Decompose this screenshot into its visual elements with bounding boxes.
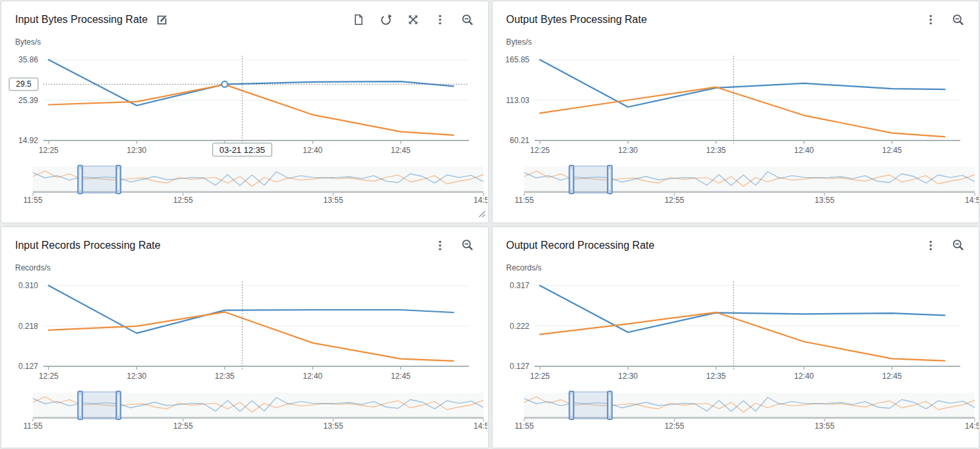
- dashboard-grid: Input Bytes Processing Rate: [0, 0, 980, 449]
- kebab-menu-icon: [925, 14, 937, 26]
- brush-tick-label: 14:55: [474, 421, 487, 431]
- panel-header: Input Bytes Processing Rate: [1, 1, 488, 30]
- brush-tick-label: 14:55: [964, 196, 978, 205]
- zoom-out-button[interactable]: [952, 14, 964, 26]
- panel-output-record-processing-rate: Output Record Processing Rate: [492, 226, 980, 449]
- main-chart[interactable]: 35.8625.3914.9212:2512:3012:3512:4012:45…: [1, 49, 487, 162]
- x-tick-label: 12:30: [617, 146, 637, 155]
- document-icon: [353, 14, 365, 26]
- zoom-out-button[interactable]: [461, 239, 474, 251]
- brush-selection[interactable]: [571, 392, 610, 419]
- brush-tick-label: 13:55: [323, 196, 343, 205]
- y-tick-label: 113.03: [506, 96, 529, 105]
- zoom-out-button[interactable]: [952, 239, 964, 251]
- chart-toolbar: [925, 239, 964, 251]
- brush-tick-label: 12:55: [173, 421, 193, 431]
- menu-button[interactable]: [925, 14, 937, 26]
- x-tick-label: 12:30: [127, 372, 146, 381]
- panel-title: Input Bytes Processing Rate: [15, 14, 148, 26]
- expand-button[interactable]: [407, 14, 419, 26]
- x-tick-label: 12:35: [215, 372, 234, 381]
- brush-tick-label: 12:55: [664, 421, 684, 431]
- x-tick-label: 12:25: [39, 372, 58, 381]
- refresh-button[interactable]: [380, 14, 392, 26]
- zoom-out-icon: [461, 14, 474, 26]
- zoom-out-icon: [952, 14, 964, 26]
- menu-button[interactable]: [925, 240, 937, 251]
- brush-tick-label: 11:55: [23, 421, 42, 431]
- x-tick-label: 12:40: [793, 372, 813, 381]
- x-tick-label: 12:40: [303, 146, 323, 155]
- x-tick-label: 12:25: [529, 372, 549, 381]
- snapshot-button[interactable]: [353, 14, 365, 26]
- brush-chart[interactable]: 11:5512:5513:5514:55: [493, 391, 979, 433]
- zoom-out-icon: [461, 239, 474, 251]
- hover-point-marker: [222, 81, 228, 87]
- series-orange-line: [49, 312, 453, 361]
- y-tick-label: 0.127: [18, 362, 38, 371]
- y-tick-label: 0.310: [18, 281, 38, 290]
- y-tick-label: 25.39: [18, 96, 38, 105]
- crosshair-value-label: 29.5: [16, 79, 32, 89]
- x-tick-label: 12:45: [881, 146, 901, 155]
- series-orange-line: [49, 85, 453, 135]
- brush-selection[interactable]: [80, 392, 118, 419]
- kebab-menu-icon: [925, 240, 937, 251]
- main-chart[interactable]: 0.3170.2220.12712:2512:3012:3512:4012:45: [493, 275, 979, 388]
- brush-tick-label: 13:55: [814, 196, 834, 205]
- y-tick-label: 0.127: [509, 362, 529, 371]
- resize-handle-icon: [477, 209, 486, 218]
- y-axis-unit-label: Bytes/s: [15, 37, 488, 47]
- x-tick-label: 12:30: [617, 372, 637, 381]
- brush-tick-label: 13:55: [814, 421, 834, 431]
- chart-toolbar: [353, 14, 474, 26]
- panel-title: Output Record Processing Rate: [506, 240, 655, 251]
- series-blue-line: [540, 286, 945, 332]
- x-tick-label: 12:25: [529, 146, 549, 155]
- panel-title: Output Bytes Processing Rate: [506, 14, 647, 26]
- panel-header: Output Record Processing Rate: [493, 227, 979, 255]
- panel-input-bytes-processing-rate: Input Bytes Processing Rate: [1, 1, 489, 223]
- brush-tick-label: 11:55: [514, 196, 533, 205]
- expand-icon: [407, 14, 419, 26]
- main-chart[interactable]: 0.3100.2180.12712:2512:3012:3512:4012:45: [1, 275, 487, 388]
- series-blue-line: [49, 60, 453, 106]
- brush-selection[interactable]: [571, 166, 610, 193]
- panel-resize-handle[interactable]: [477, 209, 486, 221]
- menu-button[interactable]: [434, 14, 446, 26]
- x-tick-label: 12:30: [127, 146, 146, 155]
- brush-chart[interactable]: 11:5512:5513:5514:55: [493, 165, 979, 207]
- series-orange-line: [540, 87, 945, 137]
- brush-tick-label: 11:55: [23, 196, 42, 205]
- brush-selection[interactable]: [80, 166, 118, 193]
- panel-output-bytes-processing-rate: Output Bytes Processing Rate: [492, 1, 980, 223]
- main-chart[interactable]: 165.85113.0360.2112:2512:3012:3512:4012:…: [493, 49, 979, 162]
- x-tick-label: 12:25: [39, 146, 58, 155]
- edit-icon: [156, 14, 168, 26]
- edit-title-button[interactable]: [156, 14, 168, 26]
- crosshair-time-label: 03-21 12:35: [219, 145, 265, 155]
- panel-input-records-processing-rate: Input Records Processing Rate: [1, 226, 489, 449]
- brush-chart[interactable]: 11:5512:5513:5514:55: [1, 165, 487, 207]
- kebab-menu-icon: [434, 14, 446, 26]
- brush-tick-label: 12:55: [664, 196, 684, 205]
- zoom-out-button[interactable]: [461, 14, 474, 26]
- brush-tick-label: 12:55: [173, 196, 193, 205]
- menu-button[interactable]: [434, 240, 446, 251]
- y-axis-unit-label: Records/s: [15, 263, 488, 272]
- refresh-icon: [380, 14, 392, 26]
- x-tick-label: 12:40: [793, 146, 813, 155]
- brush-chart[interactable]: 11:5512:5513:5514:55: [1, 391, 487, 433]
- series-orange-line: [540, 312, 945, 360]
- y-axis-unit-label: Bytes/s: [506, 37, 979, 47]
- x-tick-label: 12:35: [705, 372, 725, 381]
- x-tick-label: 12:35: [705, 146, 725, 155]
- brush-tick-label: 14:55: [474, 196, 487, 205]
- brush-tick-label: 11:55: [514, 421, 533, 431]
- kebab-menu-icon: [434, 240, 446, 251]
- brush-tick-label: 14:55: [964, 421, 978, 431]
- y-tick-label: 165.85: [505, 55, 529, 64]
- zoom-out-icon: [952, 239, 964, 251]
- y-tick-label: 0.218: [18, 321, 38, 330]
- x-tick-label: 12:40: [303, 372, 323, 381]
